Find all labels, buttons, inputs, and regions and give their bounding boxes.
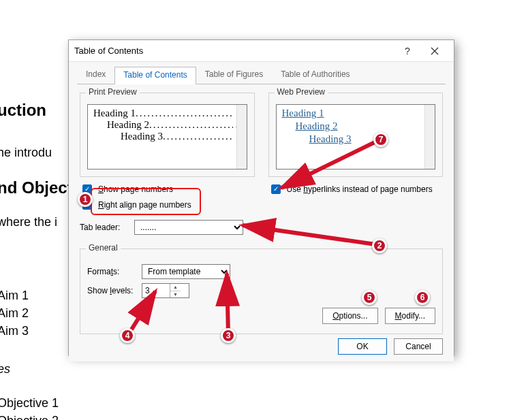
print-preview-box: Heading 1 .......................... 1 H… (87, 104, 247, 169)
ppv-leader: .......................... (163, 131, 233, 142)
toc-dialog: Table of Contents ? Index Table of Conte… (68, 39, 454, 356)
ppv-leader: .......................... (149, 119, 233, 131)
right-align-label: Right align page numbers (98, 200, 191, 210)
show-levels-stepper[interactable]: ▲▼ (142, 283, 189, 298)
bg-heading: uction (0, 101, 46, 120)
ppv-heading: Heading 1 (93, 108, 136, 119)
close-button[interactable] (421, 41, 448, 61)
titlebar: Table of Contents ? (69, 40, 454, 62)
ppv-leader: .......................... (136, 108, 233, 119)
formats-label: Formats: (87, 267, 135, 276)
print-preview-legend: Print Preview (86, 87, 140, 97)
scrollbar[interactable] (236, 105, 247, 169)
print-preview-group: Print Preview Heading 1 ................… (80, 93, 255, 177)
wpv-link: Heading 3 (309, 133, 352, 145)
use-hyperlinks-label: Use hyperlinks instead of page numbers (287, 184, 433, 194)
web-preview-box: Heading 1 Heading 2 Heading 3 (276, 104, 436, 169)
wpv-link: Heading 1 (282, 108, 324, 119)
bg-paragraph: where the i (0, 215, 57, 229)
bg-aim: Aim 2 (0, 306, 29, 321)
show-levels-label: Show levels: (87, 286, 135, 295)
ok-button[interactable]: OK (338, 338, 387, 355)
bg-heading: nd Object (0, 178, 73, 197)
annotation-marker: 1 (78, 192, 93, 207)
web-preview-legend: Web Preview (275, 87, 328, 97)
general-legend: General (86, 243, 121, 253)
annotation-marker: 2 (372, 238, 387, 253)
tab-leader-select[interactable]: ....... (134, 220, 243, 235)
tab-leader-label: Tab leader: (80, 223, 127, 232)
bg-objective: Objective 1 (0, 396, 59, 410)
annotation-marker: 7 (373, 132, 388, 147)
tab-toc[interactable]: Table of Contents (114, 67, 196, 84)
bg-paragraph: he introdu (0, 146, 52, 160)
wpv-link: Heading 2 (296, 120, 338, 132)
annotation-marker: 3 (221, 328, 236, 343)
ppv-heading: Heading 2 (107, 119, 149, 131)
cancel-button[interactable]: Cancel (394, 338, 443, 355)
tab-strip: Index Table of Contents Table of Figures… (69, 62, 454, 84)
stepper-arrows[interactable]: ▲▼ (170, 284, 181, 297)
use-hyperlinks-checkbox[interactable] (271, 184, 281, 194)
annotation-marker: 5 (362, 290, 377, 305)
options-button[interactable]: Options... (322, 308, 377, 324)
modify-button[interactable]: Modify... (385, 308, 435, 324)
annotation-marker: 6 (415, 290, 430, 305)
close-icon (431, 47, 439, 55)
web-preview-group: Web Preview Heading 1 Heading 2 Heading … (268, 93, 444, 177)
formats-select[interactable]: From template (142, 264, 230, 279)
dialog-title: Table of Contents (74, 46, 394, 56)
bg-italic: es (0, 362, 10, 376)
annotation-marker: 4 (120, 328, 135, 343)
ppv-heading: Heading 3 (121, 131, 163, 142)
tab-figures[interactable]: Table of Figures (196, 66, 272, 84)
help-button[interactable]: ? (394, 41, 421, 61)
show-levels-input[interactable] (142, 284, 170, 297)
show-page-numbers-label: SShow page numbershow page numbers (98, 184, 173, 194)
general-group: General Formats: From template Show leve… (80, 248, 443, 334)
bg-aim: Aim 3 (0, 324, 29, 338)
scrollbar[interactable] (424, 105, 435, 169)
tab-authorities[interactable]: Table of Authorities (272, 66, 358, 84)
bg-aim: Aim 1 (0, 289, 29, 303)
bg-objective: Objective 2 (0, 414, 59, 420)
tab-index[interactable]: Index (77, 66, 114, 84)
